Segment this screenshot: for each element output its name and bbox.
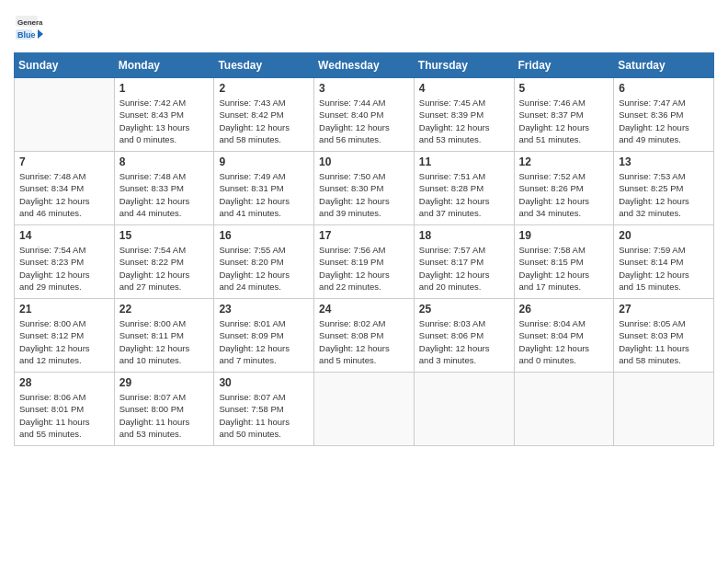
calendar-cell: 29Sunrise: 8:07 AM Sunset: 8:00 PM Dayli…: [114, 373, 214, 446]
day-number: 18: [419, 229, 509, 242]
calendar-cell: 1Sunrise: 7:42 AM Sunset: 8:43 PM Daylig…: [114, 78, 214, 152]
day-info: Sunrise: 8:06 AM Sunset: 8:01 PM Dayligh…: [19, 391, 109, 440]
week-row-5: 28Sunrise: 8:06 AM Sunset: 8:01 PM Dayli…: [15, 373, 714, 446]
calendar-cell: [414, 373, 514, 446]
day-info: Sunrise: 7:59 AM Sunset: 8:14 PM Dayligh…: [619, 244, 709, 293]
calendar-cell: 7Sunrise: 7:48 AM Sunset: 8:34 PM Daylig…: [15, 152, 115, 225]
calendar-cell: 14Sunrise: 7:54 AM Sunset: 8:23 PM Dayli…: [15, 225, 115, 299]
week-row-4: 21Sunrise: 8:00 AM Sunset: 8:12 PM Dayli…: [15, 299, 714, 373]
day-number: 24: [319, 303, 409, 316]
calendar-cell: 5Sunrise: 7:46 AM Sunset: 8:37 PM Daylig…: [514, 78, 614, 152]
calendar-cell: 19Sunrise: 7:58 AM Sunset: 8:15 PM Dayli…: [514, 225, 614, 299]
day-info: Sunrise: 7:48 AM Sunset: 8:34 PM Dayligh…: [19, 170, 109, 219]
calendar-cell: 25Sunrise: 8:03 AM Sunset: 8:06 PM Dayli…: [414, 299, 514, 373]
day-info: Sunrise: 8:04 AM Sunset: 8:04 PM Dayligh…: [519, 317, 609, 366]
week-row-1: 1Sunrise: 7:42 AM Sunset: 8:43 PM Daylig…: [15, 78, 714, 152]
calendar-cell: [514, 373, 614, 446]
day-info: Sunrise: 8:00 AM Sunset: 8:12 PM Dayligh…: [19, 317, 109, 366]
day-info: Sunrise: 7:46 AM Sunset: 8:37 PM Dayligh…: [519, 97, 609, 145]
day-number: 16: [219, 229, 309, 242]
day-number: 25: [419, 303, 509, 316]
week-row-2: 7Sunrise: 7:48 AM Sunset: 8:34 PM Daylig…: [15, 152, 714, 225]
calendar-cell: [614, 373, 714, 446]
day-number: 7: [19, 155, 109, 168]
calendar-cell: 2Sunrise: 7:43 AM Sunset: 8:42 PM Daylig…: [214, 78, 314, 152]
weekday-header-tuesday: Tuesday: [214, 53, 314, 78]
day-info: Sunrise: 7:57 AM Sunset: 8:17 PM Dayligh…: [419, 244, 509, 293]
calendar-cell: 27Sunrise: 8:05 AM Sunset: 8:03 PM Dayli…: [614, 299, 714, 373]
day-info: Sunrise: 7:55 AM Sunset: 8:20 PM Dayligh…: [219, 244, 309, 293]
logo: General Blue: [14, 14, 43, 43]
day-info: Sunrise: 7:48 AM Sunset: 8:33 PM Dayligh…: [119, 170, 210, 219]
calendar-cell: 11Sunrise: 7:51 AM Sunset: 8:28 PM Dayli…: [414, 152, 514, 225]
day-number: 4: [419, 82, 509, 95]
day-info: Sunrise: 7:45 AM Sunset: 8:39 PM Dayligh…: [419, 97, 509, 145]
calendar-cell: 6Sunrise: 7:47 AM Sunset: 8:36 PM Daylig…: [614, 78, 714, 152]
calendar-cell: 18Sunrise: 7:57 AM Sunset: 8:17 PM Dayli…: [414, 225, 514, 299]
day-info: Sunrise: 8:03 AM Sunset: 8:06 PM Dayligh…: [419, 317, 509, 366]
day-info: Sunrise: 8:00 AM Sunset: 8:11 PM Dayligh…: [119, 317, 210, 366]
calendar-cell: 4Sunrise: 7:45 AM Sunset: 8:39 PM Daylig…: [414, 78, 514, 152]
logo-svg: General Blue: [14, 14, 43, 43]
calendar-cell: 23Sunrise: 8:01 AM Sunset: 8:09 PM Dayli…: [214, 299, 314, 373]
day-number: 15: [119, 229, 210, 242]
day-number: 2: [219, 82, 309, 95]
day-info: Sunrise: 8:07 AM Sunset: 7:58 PM Dayligh…: [219, 391, 309, 440]
calendar-cell: 20Sunrise: 7:59 AM Sunset: 8:14 PM Dayli…: [614, 225, 714, 299]
weekday-header-monday: Monday: [114, 53, 214, 78]
day-number: 8: [119, 155, 210, 168]
svg-text:General: General: [17, 18, 43, 27]
calendar-cell: 22Sunrise: 8:00 AM Sunset: 8:11 PM Dayli…: [114, 299, 214, 373]
calendar-cell: 26Sunrise: 8:04 AM Sunset: 8:04 PM Dayli…: [514, 299, 614, 373]
page-header: General Blue: [14, 14, 714, 43]
day-info: Sunrise: 7:42 AM Sunset: 8:43 PM Dayligh…: [119, 97, 210, 145]
day-number: 23: [219, 303, 309, 316]
day-info: Sunrise: 7:49 AM Sunset: 8:31 PM Dayligh…: [219, 170, 309, 219]
day-number: 28: [19, 376, 109, 389]
calendar-cell: 13Sunrise: 7:53 AM Sunset: 8:25 PM Dayli…: [614, 152, 714, 225]
week-row-3: 14Sunrise: 7:54 AM Sunset: 8:23 PM Dayli…: [15, 225, 714, 299]
day-info: Sunrise: 7:47 AM Sunset: 8:36 PM Dayligh…: [619, 97, 709, 145]
day-info: Sunrise: 8:01 AM Sunset: 8:09 PM Dayligh…: [219, 317, 309, 366]
weekday-header-thursday: Thursday: [414, 53, 514, 78]
calendar-cell: 17Sunrise: 7:56 AM Sunset: 8:19 PM Dayli…: [314, 225, 415, 299]
calendar-cell: 16Sunrise: 7:55 AM Sunset: 8:20 PM Dayli…: [214, 225, 314, 299]
calendar-cell: 8Sunrise: 7:48 AM Sunset: 8:33 PM Daylig…: [114, 152, 214, 225]
day-number: 3: [319, 82, 409, 95]
calendar-cell: [15, 78, 115, 152]
day-info: Sunrise: 7:51 AM Sunset: 8:28 PM Dayligh…: [419, 170, 509, 219]
day-info: Sunrise: 7:43 AM Sunset: 8:42 PM Dayligh…: [219, 97, 309, 145]
weekday-header-saturday: Saturday: [614, 53, 714, 78]
day-number: 30: [219, 376, 309, 389]
calendar-cell: 10Sunrise: 7:50 AM Sunset: 8:30 PM Dayli…: [314, 152, 415, 225]
day-number: 9: [219, 155, 309, 168]
day-number: 6: [619, 82, 709, 95]
day-number: 22: [119, 303, 210, 316]
day-number: 27: [619, 303, 709, 316]
calendar-cell: 30Sunrise: 8:07 AM Sunset: 7:58 PM Dayli…: [214, 373, 314, 446]
day-info: Sunrise: 7:54 AM Sunset: 8:23 PM Dayligh…: [19, 244, 109, 293]
calendar-table: SundayMondayTuesdayWednesdayThursdayFrid…: [14, 52, 714, 446]
calendar-cell: [314, 373, 415, 446]
svg-marker-4: [38, 29, 43, 39]
day-number: 5: [519, 82, 609, 95]
calendar-cell: 24Sunrise: 8:02 AM Sunset: 8:08 PM Dayli…: [314, 299, 415, 373]
weekday-header-friday: Friday: [514, 53, 614, 78]
day-info: Sunrise: 7:56 AM Sunset: 8:19 PM Dayligh…: [319, 244, 409, 293]
day-info: Sunrise: 8:05 AM Sunset: 8:03 PM Dayligh…: [619, 317, 709, 366]
day-number: 1: [119, 82, 210, 95]
calendar-cell: 21Sunrise: 8:00 AM Sunset: 8:12 PM Dayli…: [15, 299, 115, 373]
day-number: 12: [519, 155, 609, 168]
day-number: 10: [319, 155, 409, 168]
day-number: 14: [19, 229, 109, 242]
day-number: 21: [19, 303, 109, 316]
day-number: 17: [319, 229, 409, 242]
day-info: Sunrise: 7:52 AM Sunset: 8:26 PM Dayligh…: [519, 170, 609, 219]
calendar-cell: 9Sunrise: 7:49 AM Sunset: 8:31 PM Daylig…: [214, 152, 314, 225]
logo-container: General Blue: [14, 14, 43, 43]
day-info: Sunrise: 7:50 AM Sunset: 8:30 PM Dayligh…: [319, 170, 409, 219]
weekday-header-row: SundayMondayTuesdayWednesdayThursdayFrid…: [15, 53, 714, 78]
day-info: Sunrise: 7:44 AM Sunset: 8:40 PM Dayligh…: [319, 97, 409, 145]
calendar-cell: 12Sunrise: 7:52 AM Sunset: 8:26 PM Dayli…: [514, 152, 614, 225]
day-number: 29: [119, 376, 210, 389]
